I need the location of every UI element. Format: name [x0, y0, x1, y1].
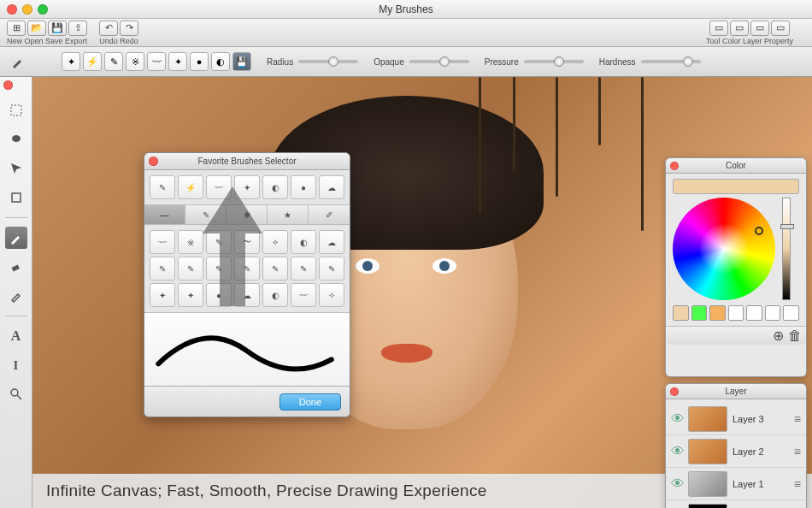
- layer-menu-icon[interactable]: ≡: [794, 477, 801, 491]
- new-button[interactable]: ⊞: [7, 21, 26, 36]
- brush-tool[interactable]: [5, 227, 27, 249]
- brush-cell-19[interactable]: ◐: [262, 283, 288, 307]
- fav-brush-1[interactable]: ✎: [150, 175, 175, 199]
- brush-slot-2[interactable]: ⚡: [83, 52, 102, 71]
- crop-tool[interactable]: [5, 186, 27, 209]
- move-tool[interactable]: [5, 157, 27, 180]
- brush-tab-5[interactable]: ✐: [309, 205, 350, 224]
- brush-cell-14[interactable]: ✎: [319, 257, 344, 281]
- eyedropper-tool[interactable]: [5, 285, 27, 307]
- fav-brush-6[interactable]: ●: [291, 175, 316, 199]
- fav-brush-3[interactable]: 〰: [206, 175, 232, 199]
- zoom-tool[interactable]: [5, 383, 27, 405]
- brush-cell-10[interactable]: ✎: [206, 257, 232, 281]
- open-button[interactable]: 📂: [27, 21, 46, 36]
- color-swatch-2[interactable]: [691, 305, 708, 321]
- brush-cell-15[interactable]: ✦: [150, 283, 175, 307]
- layer-row-1[interactable]: 👁Layer 3≡: [666, 403, 806, 435]
- layer-row-2[interactable]: 👁Layer 2≡: [666, 435, 806, 468]
- lightness-slider[interactable]: [782, 198, 791, 300]
- brush-cell-21[interactable]: ✧: [319, 283, 344, 307]
- file-group-label: New Open Save Export: [7, 37, 87, 45]
- done-button[interactable]: Done: [279, 393, 341, 411]
- brush-tab-2[interactable]: ✎: [185, 205, 227, 224]
- layer-row-3[interactable]: 👁Layer 1≡: [666, 468, 806, 500]
- zoom-window-button[interactable]: [38, 4, 48, 15]
- brush-cell-2[interactable]: ※: [178, 230, 203, 254]
- brush-cell-4[interactable]: 〜: [234, 230, 260, 254]
- brush-cell-17[interactable]: ●: [206, 283, 232, 307]
- color-swatch-6[interactable]: [765, 305, 781, 321]
- brush-cell-6[interactable]: ◐: [291, 230, 316, 254]
- undo-button[interactable]: ↶: [99, 21, 118, 36]
- minimize-window-button[interactable]: [22, 4, 32, 15]
- brush-cell-3[interactable]: ✎: [206, 230, 232, 254]
- color-panel-button[interactable]: ▭: [730, 21, 749, 36]
- color-swatch-4[interactable]: [728, 305, 744, 321]
- color-picker-cursor[interactable]: [755, 227, 763, 235]
- current-color-swatch[interactable]: [673, 179, 799, 194]
- radius-slider[interactable]: Radius: [267, 57, 358, 67]
- fav-brush-2[interactable]: ⚡: [178, 175, 203, 199]
- layer-panel-button[interactable]: ▭: [750, 21, 769, 36]
- brush-cell-12[interactable]: ✎: [262, 257, 288, 281]
- brush-slot-1[interactable]: ✦: [62, 52, 80, 71]
- layer-panel-close[interactable]: [670, 387, 679, 396]
- brush-cell-13[interactable]: ✎: [291, 257, 316, 281]
- color-swatch-3[interactable]: [709, 305, 726, 321]
- brush-cell-9[interactable]: ✎: [178, 257, 203, 281]
- fav-brush-7[interactable]: ☁: [319, 175, 344, 199]
- color-swatch-5[interactable]: [746, 305, 762, 321]
- color-wheel[interactable]: [673, 198, 775, 300]
- eraser-tool[interactable]: [5, 256, 27, 278]
- brush-cell-11[interactable]: ✎: [234, 257, 260, 281]
- color-panel-close[interactable]: [670, 162, 679, 170]
- tool-column-close[interactable]: [3, 80, 13, 90]
- pressure-slider[interactable]: Pressure: [485, 57, 584, 67]
- popup-close-button[interactable]: [149, 157, 158, 166]
- layer-thumbnail: [688, 439, 727, 464]
- layer-visibility-icon[interactable]: 👁: [671, 411, 683, 427]
- layer-row-4[interactable]: 👁Backgroud≡: [666, 500, 806, 508]
- tool-panel-button[interactable]: ▭: [709, 21, 728, 36]
- marquee-tool[interactable]: [5, 99, 27, 121]
- brush-slot-5[interactable]: 〰: [147, 52, 166, 71]
- fav-brush-4[interactable]: ✦: [234, 175, 260, 199]
- brush-cell-7[interactable]: ☁: [319, 230, 344, 254]
- layer-menu-icon[interactable]: ≡: [794, 445, 801, 458]
- brush-cell-18[interactable]: ☁: [234, 283, 260, 307]
- opaque-slider[interactable]: Opaque: [374, 57, 469, 67]
- brush-slot-8[interactable]: ◐: [211, 52, 230, 71]
- close-window-button[interactable]: [7, 4, 17, 15]
- brush-slot-6[interactable]: ✦: [168, 52, 187, 71]
- brush-tab-4[interactable]: ★: [268, 205, 309, 224]
- save-button[interactable]: 💾: [48, 21, 67, 36]
- property-panel-button[interactable]: ▭: [771, 21, 790, 36]
- layer-visibility-icon[interactable]: 👁: [671, 444, 683, 459]
- brush-cell-8[interactable]: ✎: [150, 257, 175, 281]
- layer-menu-icon[interactable]: ≡: [794, 412, 801, 426]
- fav-brush-5[interactable]: ◐: [262, 175, 288, 199]
- brush-slot-3[interactable]: ✎: [104, 52, 123, 71]
- hardness-slider[interactable]: Hardness: [599, 57, 701, 67]
- brush-cell-20[interactable]: 〰: [291, 283, 316, 307]
- brush-slot-7[interactable]: ●: [190, 52, 209, 71]
- type-tool[interactable]: I: [5, 354, 27, 376]
- brush-save-button[interactable]: 💾: [232, 52, 251, 71]
- delete-swatch-button[interactable]: 🗑: [789, 330, 801, 342]
- brush-cell-1[interactable]: 〰: [150, 230, 175, 254]
- panels-group: ▭ ▭ ▭ ▭ Tool Color Layer Property: [706, 21, 793, 45]
- add-swatch-button[interactable]: ⊕: [772, 330, 784, 342]
- brush-tab-3[interactable]: ✱: [227, 205, 268, 224]
- brush-tab-1[interactable]: —: [144, 205, 185, 224]
- lasso-tool[interactable]: [5, 128, 27, 151]
- brush-slot-4[interactable]: ※: [126, 52, 144, 71]
- export-button[interactable]: ⇪: [68, 21, 87, 36]
- redo-button[interactable]: ↷: [120, 21, 138, 36]
- layer-visibility-icon[interactable]: 👁: [671, 476, 683, 492]
- color-swatch-1[interactable]: [673, 305, 689, 321]
- color-swatch-7[interactable]: [783, 305, 799, 321]
- text-tool[interactable]: A: [5, 325, 27, 347]
- brush-cell-5[interactable]: ✧: [262, 230, 288, 254]
- brush-cell-16[interactable]: ✦: [178, 283, 203, 307]
